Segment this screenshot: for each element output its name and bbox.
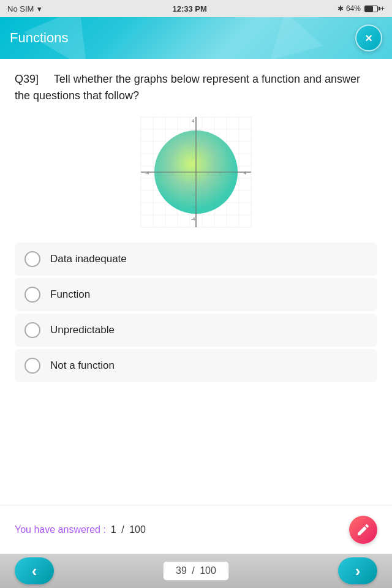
options-list: Data inadequate Function Unpredictable N… — [15, 243, 377, 382]
next-button[interactable]: › — [338, 557, 377, 584]
option-a[interactable]: Data inadequate — [15, 243, 377, 276]
total-pages: 100 — [200, 565, 216, 576]
option-b-label: Function — [50, 288, 90, 301]
graph-area: 4 3 2 1 -1 -2 -3 -4 -4 -3 -2 -1 1 2 3 4 — [135, 114, 257, 230]
graph-container: 4 3 2 1 -1 -2 -3 -4 -4 -3 -2 -1 1 2 3 4 — [15, 114, 377, 230]
prev-button[interactable]: ‹ — [15, 557, 54, 584]
next-icon: › — [355, 562, 361, 581]
svg-text:4: 4 — [192, 118, 195, 124]
page-indicator: 39 / 100 — [163, 561, 229, 581]
close-button[interactable]: × — [355, 24, 382, 51]
option-a-label: Data inadequate — [50, 253, 127, 265]
status-bar: No SIM ▾ 12:33 PM ✱ 64% + — [0, 0, 392, 17]
option-d-label: Not a function — [50, 360, 115, 372]
main-content: Q39] Tell whether the graphs below repre… — [0, 59, 392, 505]
battery-text: 64% — [346, 4, 361, 13]
question-body: Tell whether the graphs below represent … — [15, 73, 360, 102]
wifi-icon: ▾ — [37, 4, 42, 13]
radio-b — [24, 287, 40, 303]
option-d[interactable]: Not a function — [15, 349, 377, 382]
current-page: 39 — [176, 565, 187, 576]
radio-a — [24, 251, 40, 267]
coordinate-graph: 4 3 2 1 -1 -2 -3 -4 -4 -3 -2 -1 1 2 3 4 — [135, 114, 257, 230]
option-c[interactable]: Unpredictable — [15, 314, 377, 347]
battery-fill — [365, 6, 373, 12]
carrier-info: No SIM ▾ — [7, 4, 42, 13]
bluetooth-icon: ✱ — [337, 4, 344, 13]
option-b[interactable]: Function — [15, 278, 377, 311]
charging-icon: + — [380, 4, 385, 13]
pen-button[interactable] — [349, 516, 377, 544]
carrier-text: No SIM — [7, 4, 34, 13]
question-number: Q39] — [15, 73, 39, 85]
radio-d — [24, 358, 40, 374]
question-text: Q39] Tell whether the graphs below repre… — [15, 71, 377, 104]
answered-current: 1 / 100 — [111, 524, 146, 535]
svg-text:4: 4 — [244, 170, 247, 176]
nav-bar: ‹ 39 / 100 › — [0, 554, 392, 588]
close-icon: × — [365, 32, 372, 44]
answered-label: You have answered : — [15, 524, 106, 535]
option-c-label: Unpredictable — [50, 324, 115, 336]
prev-icon: ‹ — [32, 562, 37, 581]
page-separator: / — [192, 565, 194, 576]
battery-area: ✱ 64% + — [337, 4, 385, 13]
pen-icon — [356, 522, 371, 537]
svg-text:-4: -4 — [145, 170, 149, 176]
time-display: 12:33 PM — [172, 4, 206, 13]
header-title: Functions — [10, 30, 68, 46]
battery-icon — [364, 6, 378, 12]
radio-c — [24, 322, 40, 338]
svg-text:-4: -4 — [190, 216, 195, 222]
header: Functions × — [0, 17, 392, 59]
answered-bar: You have answered : 1 / 100 — [0, 505, 392, 554]
